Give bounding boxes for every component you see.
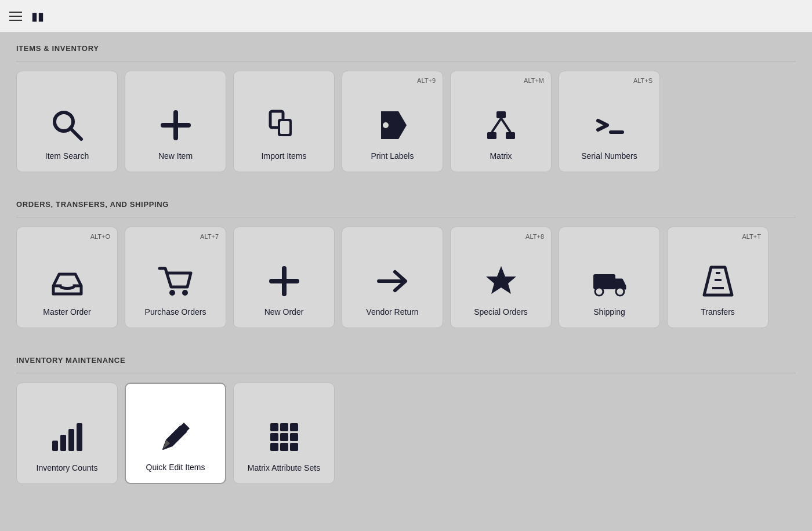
section-grid-inventory-maintenance: Inventory Counts Quick Edit Items Matrix… — [16, 383, 796, 484]
app-icon: ▮▮ — [31, 9, 44, 23]
plus-icon — [266, 263, 303, 300]
truck-icon — [591, 263, 628, 300]
tile-quick-edit-items[interactable]: Quick Edit Items — [125, 383, 226, 484]
shortcut-special-orders: ALT+8 — [525, 233, 544, 240]
shortcut-print-labels: ALT+9 — [417, 77, 436, 84]
shortcut-matrix: ALT+M — [524, 77, 544, 84]
section-grid-orders-transfers-shipping: ALT+O Master OrderALT+7 Purchase Orders … — [16, 227, 796, 328]
svg-rect-9 — [487, 132, 496, 139]
section-title-inventory-maintenance: INVENTORY MAINTENANCE — [16, 356, 796, 365]
svg-rect-10 — [506, 132, 515, 139]
tile-label-quick-edit-items: Quick Edit Items — [146, 462, 205, 472]
tile-label-import-items: Import Items — [262, 151, 307, 161]
shortcut-transfers: ALT+T — [742, 233, 761, 240]
pencil-icon — [157, 418, 194, 455]
svg-rect-26 — [52, 441, 58, 451]
tile-label-special-orders: Special Orders — [474, 307, 528, 317]
svg-rect-35 — [290, 433, 298, 441]
svg-point-14 — [169, 290, 175, 296]
svg-rect-28 — [68, 429, 74, 451]
section-grid-items-inventory: Item Search New Item Import ItemsALT+9 P… — [16, 71, 796, 172]
svg-point-21 — [595, 288, 603, 296]
tile-label-print-labels: Print Labels — [371, 151, 414, 161]
app-header: ▮▮ — [0, 0, 812, 32]
plus-icon — [157, 107, 194, 144]
tile-matrix[interactable]: ALT+M Matrix — [450, 71, 552, 172]
tile-inventory-counts[interactable]: Inventory Counts — [16, 383, 118, 484]
section-title-items-inventory: ITEMS & INVENTORY — [16, 44, 796, 53]
svg-line-12 — [501, 118, 510, 132]
svg-rect-31 — [280, 423, 288, 431]
tile-import-items[interactable]: Import Items — [233, 71, 335, 172]
section-title-orders-transfers-shipping: ORDERS, TRANSFERS, AND SHIPPING — [16, 200, 796, 209]
svg-rect-33 — [270, 433, 278, 441]
bar-chart-icon — [49, 419, 86, 456]
menu-button[interactable] — [9, 12, 22, 21]
tile-label-matrix: Matrix — [490, 151, 512, 161]
tile-label-vendor-return: Vendor Return — [366, 307, 418, 317]
tile-special-orders[interactable]: ALT+8 Special Orders — [450, 227, 552, 328]
svg-rect-37 — [280, 443, 288, 451]
tile-transfers[interactable]: ALT+T Transfers — [667, 227, 768, 328]
svg-rect-32 — [290, 423, 298, 431]
svg-rect-6 — [280, 121, 289, 134]
road-icon — [699, 263, 737, 300]
svg-rect-27 — [60, 435, 66, 451]
main-content: ITEMS & INVENTORY Item Search New Item I… — [0, 32, 812, 500]
label-icon — [374, 107, 411, 144]
tile-master-order[interactable]: ALT+O Master Order — [16, 227, 118, 328]
svg-rect-38 — [290, 443, 298, 451]
tile-new-order[interactable]: New Order — [233, 227, 335, 328]
terminal-icon — [591, 107, 628, 144]
arrow-right-icon — [374, 263, 411, 300]
tile-label-new-order: New Order — [264, 307, 304, 317]
tile-vendor-return[interactable]: Vendor Return — [342, 227, 443, 328]
tile-shipping[interactable]: Shipping — [559, 227, 660, 328]
search-icon — [49, 107, 86, 144]
svg-rect-34 — [280, 433, 288, 441]
tile-label-shipping: Shipping — [593, 307, 625, 317]
tile-label-purchase-orders: Purchase Orders — [145, 307, 206, 317]
tile-new-item[interactable]: New Item — [125, 71, 226, 172]
svg-point-22 — [616, 288, 624, 296]
svg-rect-8 — [496, 111, 506, 118]
tile-label-item-search: Item Search — [45, 151, 89, 161]
svg-point-7 — [383, 122, 389, 128]
tile-label-matrix-attribute-sets: Matrix Attribute Sets — [248, 463, 320, 473]
svg-point-15 — [182, 290, 188, 296]
tile-label-new-item: New Item — [158, 151, 193, 161]
import-icon — [266, 107, 303, 144]
matrix-icon — [483, 107, 520, 144]
tile-matrix-attribute-sets[interactable]: Matrix Attribute Sets — [233, 383, 335, 484]
tile-label-serial-numbers: Serial Numbers — [581, 151, 637, 161]
inbox-icon — [49, 263, 86, 300]
tile-label-inventory-counts: Inventory Counts — [37, 463, 98, 473]
svg-rect-36 — [270, 443, 278, 451]
shortcut-purchase-orders: ALT+7 — [200, 233, 219, 240]
svg-marker-19 — [486, 266, 516, 294]
shortcut-master-order: ALT+O — [90, 233, 110, 240]
svg-line-1 — [70, 128, 81, 139]
tile-print-labels[interactable]: ALT+9 Print Labels — [342, 71, 443, 172]
svg-rect-20 — [593, 274, 615, 289]
tile-serial-numbers[interactable]: ALT+S Serial Numbers — [559, 71, 660, 172]
svg-rect-30 — [270, 423, 278, 431]
grid-icon — [266, 419, 303, 456]
shortcut-serial-numbers: ALT+S — [633, 77, 652, 84]
tile-label-transfers: Transfers — [701, 307, 735, 317]
svg-line-11 — [492, 118, 501, 132]
tile-item-search[interactable]: Item Search — [16, 71, 118, 172]
tile-purchase-orders[interactable]: ALT+7 Purchase Orders — [125, 227, 226, 328]
svg-rect-29 — [77, 423, 82, 451]
star-icon — [483, 263, 520, 300]
tile-label-master-order: Master Order — [43, 307, 90, 317]
cart-icon — [157, 263, 194, 300]
